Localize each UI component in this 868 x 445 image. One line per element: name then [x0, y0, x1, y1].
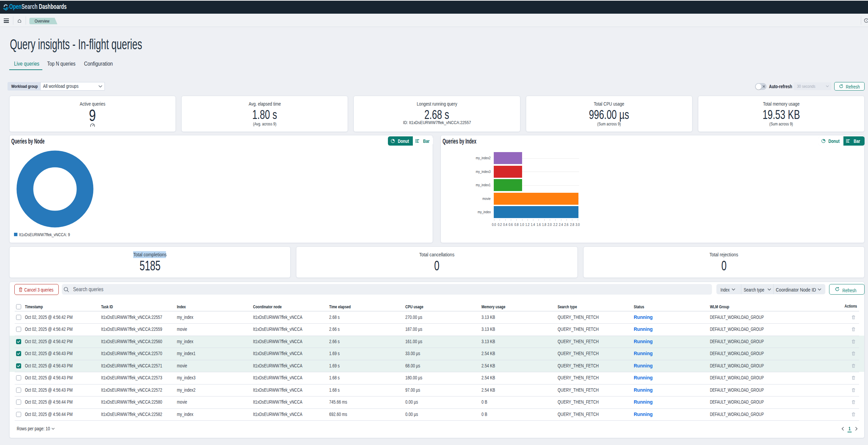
svg-text:?: ? [866, 19, 867, 22]
